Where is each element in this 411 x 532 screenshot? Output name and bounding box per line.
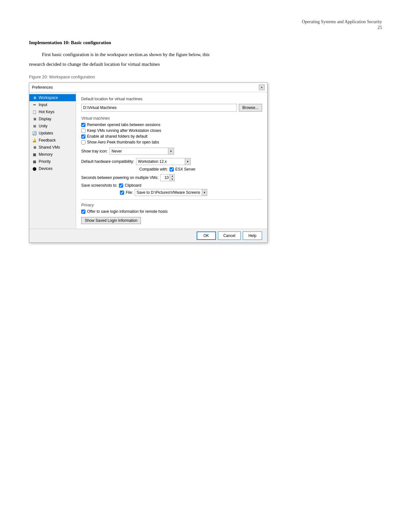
seconds-row: Seconds between powering on multiple VMs… [81, 174, 262, 181]
sidebar-item-hotkeys[interactable]: 📋 Hot Keys [29, 108, 76, 115]
tray-icon-label: Show tray icon: [81, 149, 108, 153]
screenshots-label: Save screenshots to: [81, 183, 117, 188]
file-row: File: Save to D:\Pictures\VMware Screens… [120, 189, 262, 196]
offer-login-checkbox[interactable] [81, 210, 85, 214]
unity-icon: ⊞ [32, 123, 37, 129]
sidebar-item-display[interactable]: 🖥 Display [29, 115, 76, 123]
compatible-with-value: ESX Server [175, 167, 196, 172]
figure-caption: Figure 20: Workspace configuration [29, 74, 382, 79]
display-icon: 🖥 [32, 116, 37, 122]
sidebar-label-feedback: Feedback [39, 138, 56, 143]
screenshots-row: Save screenshots to: Clipboard [81, 183, 262, 188]
file-checkbox[interactable] [120, 191, 124, 195]
compatible-with-checkbox[interactable] [170, 167, 174, 172]
sidebar-item-devices[interactable]: ⬤ Devices [29, 165, 76, 172]
memory-icon: ▦ [32, 152, 37, 157]
checkbox-remember-tabs: Remember opened tabs between sessions [81, 123, 262, 127]
spinner-buttons: ▲ ▼ [170, 174, 174, 181]
priority-icon: ▦ [32, 159, 37, 164]
hardware-compat-value: Workstation 12.x [136, 159, 185, 164]
sidebar-label-sharedvms: Shared VMs [39, 145, 60, 150]
hardware-compat-label: Default hardware compatibility: [81, 159, 134, 164]
sidebar-item-input[interactable]: ✏ Input [29, 101, 76, 108]
sidebar-label-updates: Updates [39, 131, 53, 135]
main-content: Default location for virtual machines Br… [76, 92, 267, 229]
sidebar-item-feedback[interactable]: 🔔 Feedback [29, 137, 76, 144]
cancel-button[interactable]: Cancel [218, 232, 241, 240]
workspace-icon: 🖥 [32, 95, 37, 100]
body-paragraph-1: First basic configuration is in the work… [29, 51, 382, 58]
keep-vms-label: Keep VMs running after Workstation close… [87, 128, 161, 133]
dialog-titlebar: Preferences × [29, 83, 267, 92]
page-number: 25 [29, 25, 382, 30]
sidebar-label-unity: Unity [39, 124, 47, 128]
hardware-compat-select[interactable]: Workstation 12.x ▾ [136, 158, 191, 165]
browse-button[interactable]: Browse... [239, 104, 262, 112]
keep-vms-checkbox[interactable] [81, 129, 85, 133]
seconds-input[interactable] [161, 174, 170, 181]
location-row: Browse... [81, 104, 262, 112]
sharedvms-icon: 🖥 [32, 145, 37, 150]
file-path-value: Save to D:\Pictures\VMware Screens [135, 190, 202, 195]
sidebar-item-sharedvms[interactable]: 🖥 Shared VMs [29, 144, 76, 151]
enable-shared-checkbox[interactable] [81, 134, 85, 139]
help-button[interactable]: Help [243, 232, 262, 240]
sidebar-label-memory: Memory [39, 152, 53, 157]
tray-icon-row: Show tray icon: Never ▾ [81, 148, 262, 155]
file-path-arrow: ▾ [202, 189, 207, 196]
spinner-down[interactable]: ▼ [170, 178, 174, 181]
sidebar-label-display: Display [39, 117, 51, 121]
sidebar-label-priority: Priority [39, 159, 51, 164]
sidebar-item-priority[interactable]: ▦ Priority [29, 158, 76, 165]
tray-icon-value: Never [110, 149, 168, 153]
remember-tabs-label: Remember opened tabs between sessions [87, 123, 160, 127]
sidebar-label-workspace: Workspace [39, 95, 58, 100]
privacy-section: Privacy Offer to save login information … [81, 203, 262, 224]
checkbox-show-aero: Show Aero Peek thumbnails for open tabs [81, 140, 262, 144]
sidebar-item-workspace[interactable]: 🖥 Workspace [29, 94, 76, 101]
close-button[interactable]: × [259, 84, 265, 90]
divider [81, 199, 262, 200]
seconds-spinner[interactable]: ▲ ▼ [160, 174, 175, 181]
default-location-label: Default location for virtual machines [81, 97, 262, 101]
ok-button[interactable]: OK [197, 232, 216, 240]
virtual-machines-label: Virtual machines [81, 116, 262, 121]
checkbox-enable-shared: Enable all shared folders by default [81, 134, 262, 139]
hardware-compat-arrow: ▾ [185, 158, 191, 165]
tray-icon-select[interactable]: Never ▾ [110, 148, 174, 155]
offer-login-row: Offer to save login information for remo… [81, 209, 262, 214]
page-header: Operating Systems and Application Securi… [29, 19, 382, 25]
sidebar-label-hotkeys: Hot Keys [39, 110, 54, 114]
compatible-with-row: Compatible with: ESX Server [139, 167, 262, 172]
dialog-footer: OK Cancel Help [29, 229, 267, 242]
show-aero-checkbox[interactable] [81, 140, 85, 144]
sidebar-item-memory[interactable]: ▦ Memory [29, 151, 76, 158]
feedback-icon: 🔔 [32, 138, 37, 143]
devices-icon: ⬤ [32, 166, 37, 171]
tray-icon-arrow: ▾ [168, 148, 174, 154]
body-paragraph-2: research decided to change the default l… [29, 60, 382, 68]
dialog-title: Preferences [32, 85, 53, 90]
sidebar-label-input: Input [39, 103, 47, 107]
enable-shared-label: Enable all shared folders by default [87, 134, 147, 139]
section-title: Implementation 10: Basic configuration [29, 40, 382, 45]
show-aero-label: Show Aero Peek thumbnails for open tabs [87, 140, 159, 144]
clipboard-checkbox[interactable] [119, 183, 123, 188]
location-input[interactable] [81, 104, 237, 112]
clipboard-label: Clipboard [125, 183, 141, 188]
show-saved-button[interactable]: Show Saved Login Information [81, 217, 141, 224]
compatible-with-label: Compatible with: [139, 167, 168, 172]
sidebar-item-unity[interactable]: ⊞ Unity [29, 123, 76, 130]
dialog-body: 🖥 Workspace ✏ Input 📋 Hot Keys 🖥 Display… [29, 92, 267, 229]
sidebar-label-devices: Devices [39, 166, 53, 171]
spinner-up[interactable]: ▲ [170, 174, 174, 178]
preferences-dialog: Preferences × 🖥 Workspace ✏ Input 📋 Hot … [29, 83, 268, 243]
seconds-label: Seconds between powering on multiple VMs… [81, 175, 158, 180]
updates-icon: 🔄 [32, 131, 37, 136]
privacy-label: Privacy [81, 203, 262, 207]
offer-login-label: Offer to save login information for remo… [87, 209, 168, 214]
sidebar-item-updates[interactable]: 🔄 Updates [29, 130, 76, 137]
remember-tabs-checkbox[interactable] [81, 123, 85, 127]
input-icon: ✏ [32, 102, 37, 107]
file-path-select[interactable]: Save to D:\Pictures\VMware Screens ▾ [135, 189, 207, 196]
